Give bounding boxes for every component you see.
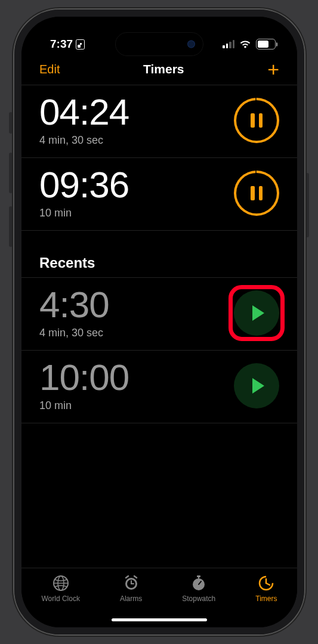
wifi-icon [239,40,251,49]
globe-icon [52,574,70,592]
edit-button[interactable]: Edit [39,63,60,76]
mute-switch[interactable] [9,112,13,134]
recent-timer-label: 10 min [39,400,129,412]
timer-label: 4 min, 30 sec [39,134,129,147]
tab-alarms[interactable]: Alarms [120,574,142,603]
recent-timer-duration: 10:00 [39,359,129,396]
add-timer-button[interactable]: + [267,63,279,75]
svg-line-15 [266,583,270,585]
tab-world-clock[interactable]: World Clock [41,574,79,603]
status-time: 7:37 [50,38,73,51]
play-icon [252,378,264,394]
cellular-signal-icon [223,40,234,48]
play-icon [252,305,264,321]
start-button[interactable] [234,363,279,408]
alarm-icon [122,574,140,592]
tab-timers[interactable]: Timers [255,574,277,603]
tab-label: Alarms [120,595,142,603]
svg-line-7 [126,576,128,578]
sim-icon [76,39,85,49]
volume-up-button[interactable] [9,153,13,193]
tab-label: Stopwatch [182,595,215,603]
recent-timer-row[interactable]: 4:30 4 min, 30 sec [21,278,297,351]
recent-timer-label: 4 min, 30 sec [39,327,109,339]
screen: 7:37 58 Edit Timers + 04:24 4 m [21,17,297,627]
power-button[interactable] [305,173,309,237]
active-timer-row[interactable]: 04:24 4 min, 30 sec [21,85,297,158]
battery-percent: 58 [261,40,270,49]
nav-bar: Edit Timers + [21,58,297,85]
battery-indicator: 58 [256,39,276,49]
pause-button[interactable] [234,171,279,216]
svg-line-8 [134,576,137,578]
tab-stopwatch[interactable]: Stopwatch [182,574,215,603]
start-button[interactable] [234,290,279,336]
timer-remaining: 09:36 [39,166,129,203]
pause-button[interactable] [234,98,279,143]
home-indicator[interactable] [112,618,207,622]
recent-timer-row[interactable]: 10:00 10 min [21,351,297,423]
status-bar: 7:37 58 [21,17,297,58]
pause-icon [251,186,263,200]
tab-label: World Clock [41,595,79,603]
pause-icon [251,113,263,128]
timer-remaining: 04:24 [39,94,129,131]
timer-label: 10 min [39,207,129,219]
phone-frame: 7:37 58 Edit Timers + 04:24 4 m [13,8,305,636]
timer-icon [257,574,275,592]
stopwatch-icon [190,574,208,592]
recents-header: Recents [21,231,297,277]
tab-label: Timers [255,595,277,603]
active-timer-row[interactable]: 09:36 10 min [21,158,297,231]
page-title: Timers [143,62,184,76]
recent-timer-duration: 4:30 [39,286,109,323]
volume-down-button[interactable] [9,206,13,247]
svg-rect-10 [197,575,200,577]
